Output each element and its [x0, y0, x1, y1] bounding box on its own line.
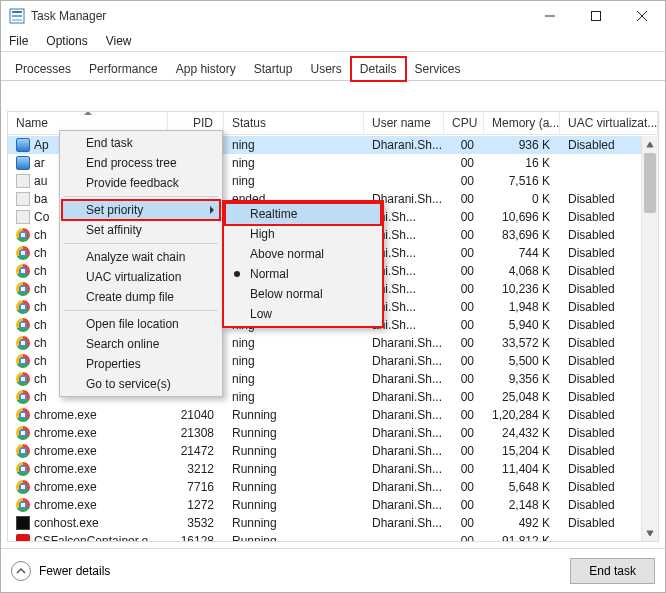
process-name: ba: [34, 190, 47, 208]
priority-low[interactable]: Low: [226, 304, 380, 324]
scroll-up-button[interactable]: [642, 136, 658, 153]
process-pid: 16128: [168, 532, 224, 541]
process-status: Running: [224, 424, 364, 442]
chevron-up-icon: [11, 561, 31, 581]
table-row[interactable]: CSFalconContainer.e16128Running0091,812 …: [8, 532, 658, 541]
process-icon: [16, 210, 30, 224]
process-cpu: 00: [444, 334, 484, 352]
process-pid: 21040: [168, 406, 224, 424]
process-user: Dharani.Sh...: [364, 478, 444, 496]
table-row[interactable]: conhost.exe3532RunningDharani.Sh...00492…: [8, 514, 658, 532]
tab-services[interactable]: Services: [406, 57, 470, 81]
process-cpu: 00: [444, 262, 484, 280]
maximize-button[interactable]: [573, 1, 619, 31]
ctx-open-location[interactable]: Open file location: [62, 314, 220, 334]
process-icon: [16, 390, 30, 404]
ctx-end-task[interactable]: End task: [62, 133, 220, 153]
menu-file[interactable]: File: [7, 32, 30, 50]
process-cpu: 00: [444, 424, 484, 442]
process-icon: [16, 300, 30, 314]
process-cpu: 00: [444, 370, 484, 388]
priority-normal[interactable]: Normal: [226, 264, 380, 284]
svg-marker-9: [647, 531, 653, 536]
tab-details[interactable]: Details: [351, 57, 406, 81]
ctx-properties[interactable]: Properties: [62, 354, 220, 374]
process-name: CSFalconContainer.e: [34, 532, 148, 541]
tab-performance[interactable]: Performance: [80, 57, 167, 81]
menu-view[interactable]: View: [104, 32, 134, 50]
process-name: ch: [34, 226, 47, 244]
end-task-button[interactable]: End task: [570, 558, 655, 584]
priority-high[interactable]: High: [226, 224, 380, 244]
process-user: Dharani.Sh...: [364, 370, 444, 388]
process-cpu: 00: [444, 514, 484, 532]
col-user[interactable]: User name: [364, 112, 444, 134]
priority-below[interactable]: Below normal: [226, 284, 380, 304]
close-button[interactable]: [619, 1, 665, 31]
col-status[interactable]: Status: [224, 112, 364, 134]
tab-app-history[interactable]: App history: [167, 57, 245, 81]
process-icon: [16, 516, 30, 530]
process-user: Dharani.Sh...: [364, 424, 444, 442]
tab-startup[interactable]: Startup: [245, 57, 302, 81]
title-bar: Task Manager: [1, 1, 665, 31]
app-icon: [9, 8, 25, 24]
scroll-down-button[interactable]: [642, 524, 658, 541]
process-memory: 2,148 K: [484, 496, 560, 514]
table-row[interactable]: chrome.exe21472RunningDharani.Sh...0015,…: [8, 442, 658, 460]
process-memory: 7,516 K: [484, 172, 560, 190]
process-icon: [16, 480, 30, 494]
process-icon: [16, 426, 30, 440]
process-name: ch: [34, 298, 47, 316]
table-row[interactable]: chrome.exe1272RunningDharani.Sh...002,14…: [8, 496, 658, 514]
priority-realtime[interactable]: Realtime: [224, 202, 382, 226]
scrollbar-vertical[interactable]: [641, 136, 658, 541]
process-name: chrome.exe: [34, 406, 97, 424]
ctx-search[interactable]: Search online: [62, 334, 220, 354]
menu-options[interactable]: Options: [44, 32, 89, 50]
process-status: Running: [224, 442, 364, 460]
table-row[interactable]: chrome.exe21308RunningDharani.Sh...0024,…: [8, 424, 658, 442]
priority-above[interactable]: Above normal: [226, 244, 380, 264]
process-status: ning: [224, 172, 364, 190]
ctx-services[interactable]: Go to service(s): [62, 374, 220, 394]
table-row[interactable]: chrome.exe7716RunningDharani.Sh...005,64…: [8, 478, 658, 496]
scroll-thumb[interactable]: [644, 153, 656, 213]
process-cpu: 00: [444, 460, 484, 478]
fewer-details-button[interactable]: Fewer details: [11, 561, 110, 581]
ctx-dump[interactable]: Create dump file: [62, 287, 220, 307]
process-cpu: 00: [444, 406, 484, 424]
col-uac[interactable]: UAC virtualizat...: [560, 112, 658, 134]
process-memory: 15,204 K: [484, 442, 560, 460]
process-name: ch: [34, 244, 47, 262]
minimize-button[interactable]: [527, 1, 573, 31]
process-user: [364, 172, 444, 190]
svg-rect-1: [12, 11, 22, 13]
process-name: ch: [34, 388, 47, 406]
process-cpu: 00: [444, 154, 484, 172]
process-memory: 33,572 K: [484, 334, 560, 352]
process-name: ch: [34, 334, 47, 352]
col-cpu[interactable]: CPU: [444, 112, 484, 134]
ctx-end-tree[interactable]: End process tree: [62, 153, 220, 173]
table-row[interactable]: chrome.exe3212RunningDharani.Sh...0011,4…: [8, 460, 658, 478]
process-memory: 5,940 K: [484, 316, 560, 334]
col-mem[interactable]: Memory (a...: [484, 112, 560, 134]
priority-submenu: Realtime High Above normal Normal Below …: [222, 200, 384, 328]
ctx-analyze[interactable]: Analyze wait chain: [62, 247, 220, 267]
submenu-arrow-icon: [210, 206, 214, 214]
ctx-separator: [64, 243, 218, 244]
process-icon: [16, 534, 30, 541]
ctx-set-priority[interactable]: Set priority: [62, 200, 220, 220]
process-name: ch: [34, 352, 47, 370]
process-icon: [16, 174, 30, 188]
ctx-set-affinity[interactable]: Set affinity: [62, 220, 220, 240]
menu-bar: File Options View: [1, 31, 665, 51]
tab-users[interactable]: Users: [301, 57, 350, 81]
process-icon: [16, 192, 30, 206]
ctx-feedback[interactable]: Provide feedback: [62, 173, 220, 193]
tab-processes[interactable]: Processes: [6, 57, 80, 81]
table-row[interactable]: chrome.exe21040RunningDharani.Sh...001,2…: [8, 406, 658, 424]
ctx-uac[interactable]: UAC virtualization: [62, 267, 220, 287]
process-icon: [16, 354, 30, 368]
